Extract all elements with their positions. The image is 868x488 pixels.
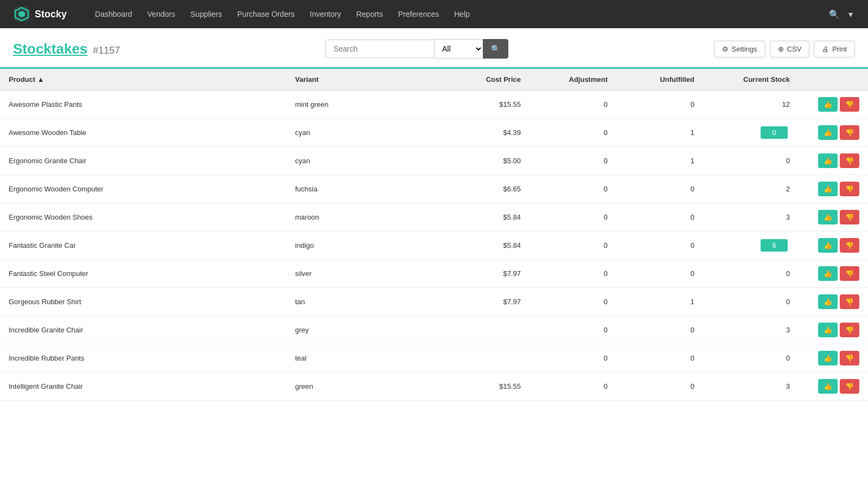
nav-vendors[interactable]: Vendors bbox=[141, 7, 182, 22]
cell-current-stock[interactable]: 3 bbox=[703, 203, 799, 232]
cell-cost-price: $7.97 bbox=[443, 260, 529, 288]
approve-button[interactable]: 👍 bbox=[818, 210, 838, 224]
approve-button[interactable]: 👍 bbox=[818, 266, 838, 281]
cell-current-stock[interactable]: 0 bbox=[703, 147, 799, 175]
col-header-unfulfilled[interactable]: Unfulfilled bbox=[616, 69, 703, 91]
filter-select[interactable]: All Product Variant SKU bbox=[434, 39, 483, 59]
cell-adjustment: 0 bbox=[529, 344, 616, 373]
cell-current-stock[interactable]: 3 bbox=[703, 373, 799, 401]
nav-help[interactable]: Help bbox=[448, 7, 476, 22]
approve-button[interactable]: 👍 bbox=[818, 238, 838, 253]
cell-product: Gorgeous Rubber Shirt bbox=[0, 288, 286, 316]
col-header-adjustment[interactable]: Adjustment bbox=[529, 69, 616, 91]
csv-button[interactable]: ⊕ CSV bbox=[770, 41, 810, 57]
cell-variant: grey bbox=[286, 316, 443, 344]
cell-product: Fantastic Steel Computer bbox=[0, 260, 286, 288]
cell-product: Ergonomic Wooden Computer bbox=[0, 175, 286, 203]
cell-current-stock[interactable]: 3 bbox=[703, 316, 799, 344]
col-header-product[interactable]: Product ▲ bbox=[0, 69, 286, 91]
cell-variant: tan bbox=[286, 288, 443, 316]
reject-button[interactable]: 👎 bbox=[840, 294, 859, 309]
brand-logo-icon bbox=[13, 5, 30, 23]
cell-adjustment: 0 bbox=[529, 203, 616, 232]
cell-product: Incredible Rubber Pants bbox=[0, 344, 286, 373]
reject-button[interactable]: 👎 bbox=[840, 266, 859, 281]
brand[interactable]: Stocky bbox=[13, 5, 67, 23]
cell-actions: 👍 👎 bbox=[799, 147, 868, 175]
cell-unfulfilled: 1 bbox=[616, 119, 703, 147]
reject-button[interactable]: 👎 bbox=[840, 97, 859, 112]
col-header-cost-price[interactable]: Cost Price bbox=[443, 69, 529, 91]
stock-highlighted-value[interactable]: 0 bbox=[761, 126, 788, 139]
action-cell: 👍 👎 bbox=[807, 351, 859, 365]
cell-current-stock[interactable]: 0 bbox=[703, 288, 799, 316]
approve-button[interactable]: 👍 bbox=[818, 182, 838, 196]
reject-button[interactable]: 👎 bbox=[840, 153, 859, 168]
nav-preferences[interactable]: Preferences bbox=[392, 7, 445, 22]
reject-button[interactable]: 👎 bbox=[840, 379, 859, 394]
reject-button[interactable]: 👎 bbox=[840, 238, 859, 253]
cell-unfulfilled: 0 bbox=[616, 260, 703, 288]
cell-current-stock[interactable]: 12 bbox=[703, 91, 799, 119]
action-cell: 👍 👎 bbox=[807, 153, 859, 168]
cell-cost-price: $5.84 bbox=[443, 203, 529, 232]
cell-adjustment: 0 bbox=[529, 232, 616, 260]
cell-current-stock[interactable]: 0 bbox=[703, 119, 799, 147]
cell-adjustment: 0 bbox=[529, 288, 616, 316]
search-nav-icon[interactable]: 🔍 bbox=[827, 7, 842, 22]
nav-inventory[interactable]: Inventory bbox=[303, 7, 348, 22]
reject-button[interactable]: 👎 bbox=[840, 351, 859, 365]
approve-button[interactable]: 👍 bbox=[818, 125, 838, 140]
cell-variant: green bbox=[286, 373, 443, 401]
search-button[interactable]: 🔍 bbox=[483, 39, 508, 59]
reject-button[interactable]: 👎 bbox=[840, 323, 859, 337]
reject-button[interactable]: 👎 bbox=[840, 210, 859, 224]
cell-actions: 👍 👎 bbox=[799, 119, 868, 147]
cell-variant: silver bbox=[286, 260, 443, 288]
search-input[interactable] bbox=[326, 40, 434, 58]
table-row: Awesome Plastic Pantsmint green$15.55001… bbox=[0, 91, 868, 119]
cell-product: Fantastic Granite Car bbox=[0, 232, 286, 260]
cell-unfulfilled: 0 bbox=[616, 232, 703, 260]
approve-button[interactable]: 👍 bbox=[818, 97, 838, 112]
chevron-down-icon[interactable]: ▾ bbox=[846, 7, 855, 22]
cell-cost-price: $5.84 bbox=[443, 232, 529, 260]
print-button[interactable]: 🖨 Print bbox=[814, 41, 855, 57]
nav-purchase-orders[interactable]: Purchase Orders bbox=[231, 7, 301, 22]
nav-suppliers[interactable]: Suppliers bbox=[184, 7, 228, 22]
action-cell: 👍 👎 bbox=[807, 266, 859, 281]
approve-button[interactable]: 👍 bbox=[818, 153, 838, 168]
approve-button[interactable]: 👍 bbox=[818, 351, 838, 365]
reject-button[interactable]: 👎 bbox=[840, 182, 859, 196]
cell-current-stock[interactable]: 2 bbox=[703, 175, 799, 203]
reject-button[interactable]: 👎 bbox=[840, 125, 859, 140]
nav-links: Dashboard Vendors Suppliers Purchase Ord… bbox=[88, 7, 827, 22]
table-row: Ergonomic Wooden Computerfuchsia$6.65002… bbox=[0, 175, 868, 203]
stock-highlighted-value[interactable]: 6 bbox=[761, 239, 788, 252]
cell-variant: indigo bbox=[286, 232, 443, 260]
nav-dashboard[interactable]: Dashboard bbox=[88, 7, 139, 22]
table-row: Awesome Wooden Tablecyan$4.39010 👍 👎 bbox=[0, 119, 868, 147]
table-row: Fantastic Steel Computersilver$7.97000 👍… bbox=[0, 260, 868, 288]
cell-current-stock[interactable]: 6 bbox=[703, 232, 799, 260]
col-header-variant[interactable]: Variant bbox=[286, 69, 443, 91]
col-header-current-stock[interactable]: Current Stock bbox=[703, 69, 799, 91]
cell-current-stock[interactable]: 0 bbox=[703, 344, 799, 373]
cell-cost-price: $15.55 bbox=[443, 373, 529, 401]
nav-reports[interactable]: Reports bbox=[350, 7, 390, 22]
cell-adjustment: 0 bbox=[529, 119, 616, 147]
print-icon: 🖨 bbox=[822, 45, 829, 53]
cell-unfulfilled: 1 bbox=[616, 147, 703, 175]
cell-variant: cyan bbox=[286, 119, 443, 147]
approve-button[interactable]: 👍 bbox=[818, 379, 838, 394]
cell-variant: mint green bbox=[286, 91, 443, 119]
cell-unfulfilled: 0 bbox=[616, 373, 703, 401]
approve-button[interactable]: 👍 bbox=[818, 323, 838, 337]
cell-current-stock[interactable]: 0 bbox=[703, 260, 799, 288]
cell-actions: 👍 👎 bbox=[799, 344, 868, 373]
settings-button[interactable]: ⚙ Settings bbox=[714, 41, 765, 57]
action-cell: 👍 👎 bbox=[807, 294, 859, 309]
cell-product: Ergonomic Granite Chair bbox=[0, 147, 286, 175]
table-header-row: Product ▲ Variant Cost Price Adjustment … bbox=[0, 69, 868, 91]
approve-button[interactable]: 👍 bbox=[818, 294, 838, 309]
